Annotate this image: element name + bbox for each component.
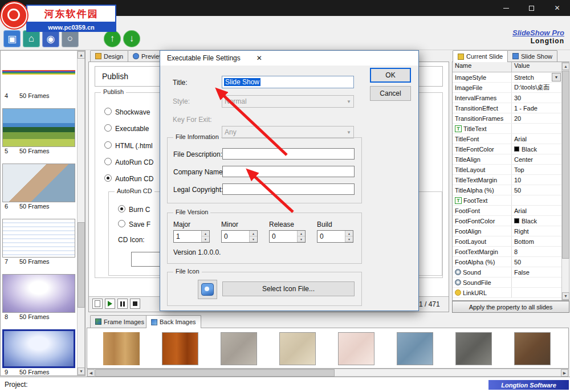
style-dropdown[interactable]: Normal▼ [222, 95, 354, 108]
radio-html[interactable] [104, 141, 112, 149]
minimize-button[interactable] [493, 0, 519, 16]
pause-button[interactable] [117, 299, 128, 309]
property-row-footalpha[interactable]: FootAlpha (%)50 [453, 257, 561, 267]
radio-executable[interactable] [104, 124, 112, 132]
tab-back-images[interactable]: Back Images [146, 315, 201, 328]
spin-up-icon[interactable]: ▲ [250, 231, 257, 236]
spin-up-icon[interactable]: ▲ [298, 231, 305, 236]
property-row-footlayout[interactable]: FootLayoutBottom [453, 236, 561, 247]
spin-up-icon[interactable]: ▲ [345, 231, 353, 236]
major-spinner[interactable]: 1 ▲▼ [173, 230, 210, 243]
slide-thumbnail-4[interactable] [2, 53, 75, 92]
slide-show-icon [512, 53, 519, 59]
scroll-up-icon[interactable]: ▲ [562, 63, 569, 70]
slide-thumbnail-8[interactable] [2, 274, 75, 313]
scroll-right-icon[interactable]: ▶ [561, 369, 568, 377]
spin-down-icon[interactable]: ▼ [298, 236, 305, 242]
column-name[interactable]: Name [453, 62, 512, 72]
dropdown-arrow-icon[interactable]: ▼ [552, 73, 561, 81]
texture-thumbnail[interactable] [455, 332, 492, 365]
title-input[interactable]: Slide Show [222, 76, 354, 88]
new-frame-button[interactable] [92, 299, 103, 309]
file-description-input[interactable] [222, 148, 355, 160]
property-row-titletextmargin[interactable]: TitleTextMargin10 [453, 175, 561, 185]
apply-to-all-slides-button[interactable]: Apply the property to all slides [452, 301, 569, 313]
property-row-intervalframes[interactable]: IntervalFrames30 [453, 93, 561, 103]
column-value[interactable]: Value [512, 62, 530, 72]
scroll-up-icon[interactable]: ▲ [78, 51, 85, 59]
property-row-footalign[interactable]: FootAlignRight [453, 226, 561, 236]
tab-slide-show[interactable]: Slide Show [507, 50, 557, 62]
radio-burn-cd[interactable] [118, 205, 125, 213]
dialog-close-icon[interactable]: ✕ [247, 51, 271, 66]
radio-shockwave[interactable] [104, 108, 112, 115]
texture-thumbnail[interactable] [221, 332, 257, 365]
scrollbar-thumb[interactable] [78, 222, 85, 308]
slide-thumbnail-6[interactable] [2, 164, 75, 202]
select-icon-file-button[interactable]: Select Icon File... [222, 281, 355, 296]
radio-autorun-cd-2[interactable] [104, 174, 112, 182]
legal-copyright-input[interactable] [222, 183, 355, 195]
build-spinner[interactable]: 0 ▲▼ [317, 230, 353, 243]
minor-spinner[interactable]: 0 ▲▼ [221, 230, 258, 243]
texture-thumbnail[interactable] [103, 332, 140, 365]
stop-button[interactable] [130, 299, 140, 309]
cancel-button[interactable]: Cancel [370, 86, 411, 101]
property-row-footfont[interactable]: FootFontArial [453, 206, 561, 216]
property-row-titlefontcolor[interactable]: TitleFontColorBlack [453, 144, 561, 154]
move-down-icon[interactable]: ↓ [123, 30, 140, 47]
company-name-input[interactable] [222, 166, 355, 177]
property-row-linkurl[interactable]: LinkURL [453, 288, 561, 298]
scrollbar-thumb[interactable] [562, 71, 569, 259]
property-row-transitioneffect[interactable]: TransitionEffect1 - Fade [453, 103, 561, 113]
texture-scrollbar[interactable]: ◀ ▶ [87, 369, 569, 377]
tab-design[interactable]: Design [90, 50, 128, 62]
scroll-left-icon[interactable]: ◀ [87, 369, 95, 377]
spin-up-icon[interactable]: ▲ [202, 231, 209, 236]
slide-thumbnail-5[interactable] [2, 108, 75, 147]
spin-down-icon[interactable]: ▼ [202, 236, 209, 242]
maximize-button[interactable] [519, 0, 544, 16]
property-row-titlealpha[interactable]: TitleAlpha (%)50 [453, 185, 561, 195]
file-version-group: File Version Major Minor Release Build 1… [167, 213, 362, 264]
property-row-imagefile[interactable]: ImageFileD:\tools\桌面 [453, 83, 561, 93]
play-button[interactable] [105, 299, 115, 309]
file-icon-preview[interactable] [198, 280, 217, 299]
property-grid-scrollbar[interactable]: ▲ ▼ [561, 62, 569, 300]
key-for-exit-dropdown[interactable]: Any▼ [222, 126, 354, 138]
property-row-titlelayout[interactable]: TitleLayoutTop [453, 165, 561, 175]
slide-thumbnail-7[interactable] [2, 219, 75, 258]
texture-thumbnail[interactable] [162, 332, 198, 365]
texture-thumbnail[interactable] [514, 332, 551, 365]
property-row-transitionframes[interactable]: TransitionFrames20 [453, 113, 561, 124]
property-row-titlealign[interactable]: TitleAlignCenter [453, 154, 561, 165]
release-spinner[interactable]: 0 ▲▼ [269, 230, 306, 243]
slide-list-scrollbar[interactable]: ▲ ▼ [77, 51, 85, 375]
spin-down-icon[interactable]: ▼ [345, 236, 353, 242]
scroll-down-icon[interactable]: ▼ [78, 368, 85, 375]
major-label: Major [173, 220, 190, 228]
property-row-footfontcolor[interactable]: FootFontColorBlack [453, 216, 561, 226]
spin-down-icon[interactable]: ▼ [250, 236, 257, 242]
property-row-titlefont[interactable]: TitleFontArial [453, 134, 561, 144]
scroll-down-icon[interactable]: ▼ [562, 292, 569, 300]
property-row-foottext[interactable]: TFootText [453, 195, 561, 206]
autorun-group-label: AutoRun CD [115, 187, 154, 194]
close-button[interactable]: ✕ [544, 0, 570, 16]
ok-button[interactable]: OK [370, 68, 411, 83]
tab-frame-images[interactable]: Frame Images [90, 315, 149, 328]
play-icon [108, 301, 112, 307]
radio-autorun-cd-1[interactable] [104, 158, 112, 165]
texture-thumbnail[interactable] [279, 332, 316, 365]
property-row-imagestyle[interactable]: ImageStyleStretch▼ [453, 72, 561, 83]
texture-thumbnail[interactable] [397, 332, 433, 365]
property-row-sound[interactable]: SoundFalse [453, 267, 561, 277]
tab-current-slide[interactable]: Current Slide [453, 50, 508, 62]
radio-save-files[interactable] [118, 220, 125, 227]
slide-thumbnail-9-selected[interactable] [2, 329, 75, 368]
texture-thumbnail[interactable] [338, 332, 374, 365]
property-row-soundfile[interactable]: SoundFile [453, 277, 561, 288]
property-row-foottextmargin[interactable]: FootTextMargin8 [453, 247, 561, 257]
property-row-titletext[interactable]: TTitleText [453, 124, 561, 134]
scrollbar-thumb[interactable] [95, 369, 335, 377]
